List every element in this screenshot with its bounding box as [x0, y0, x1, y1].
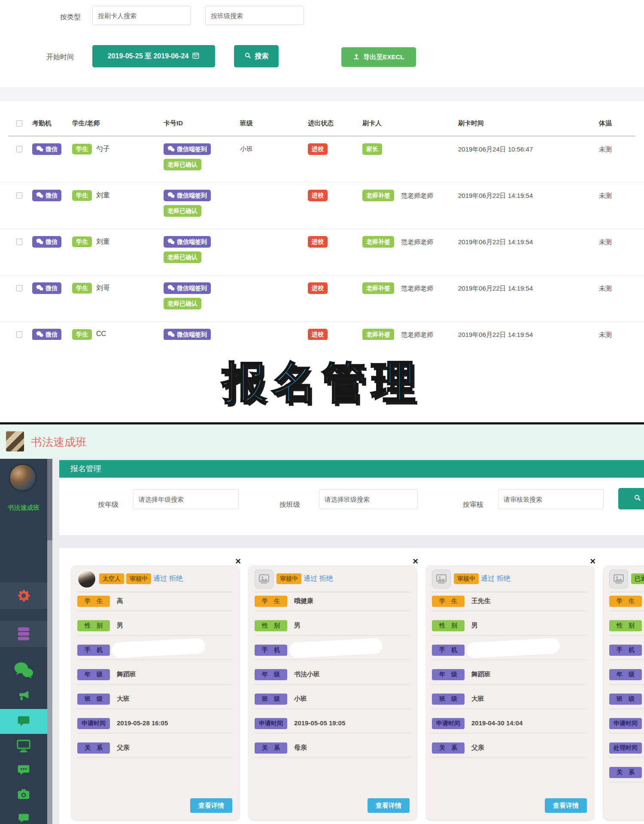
chat-icon — [17, 715, 30, 728]
status-badge: 进校 — [308, 143, 328, 155]
field-value: 小班 — [294, 695, 307, 703]
megaphone-icon — [17, 689, 30, 702]
class-search-input[interactable] — [205, 6, 304, 25]
close-icon[interactable]: × — [235, 557, 241, 566]
card-field-row: 班 级 大班 — [77, 690, 232, 715]
card-field-row: 手 机 — [255, 641, 410, 666]
role-badge: 学生 — [72, 236, 92, 247]
registration-search-button[interactable]: 搜索 — [618, 488, 644, 509]
card-field-row: 年 级 舞蹈班 — [77, 666, 232, 690]
magnifier-icon — [634, 494, 641, 504]
field-label-badge: 年 级 — [255, 669, 287, 680]
temperature-cell: 未测 — [599, 145, 612, 154]
swipe-time: 2019年06月22日 14:19:54 — [458, 238, 533, 246]
date-range-button[interactable]: 2019-05-25 至 2019-06-24 — [92, 45, 215, 67]
view-detail-button[interactable]: 查看详情 — [545, 798, 587, 813]
sidebar-item-monitor[interactable] — [0, 738, 47, 754]
row-checkbox[interactable] — [16, 146, 22, 152]
sidebar-avatar[interactable] — [9, 464, 36, 491]
field-label-badge: 性 别 — [609, 620, 642, 631]
student-name: 刘童 — [96, 237, 110, 246]
device-badge: 微信 — [32, 282, 61, 294]
magnifier-icon — [244, 52, 252, 61]
reject-link[interactable]: 拒绝 — [169, 574, 183, 583]
class-filter-label: 按班级 — [279, 495, 300, 515]
approve-link[interactable]: 通过 — [481, 574, 495, 583]
search-button[interactable]: 搜索 — [234, 45, 279, 67]
field-value: 大班 — [471, 695, 484, 703]
checkin-badge: 微信端签到 — [164, 329, 211, 340]
sidebar-school-name: 书法速成班 — [0, 503, 47, 512]
redaction-blob — [466, 638, 560, 658]
row-checkbox[interactable] — [16, 192, 22, 199]
role-badge: 学生 — [72, 190, 92, 201]
card-field-row: 学 生 王先生 — [432, 592, 587, 617]
class-filter-input[interactable] — [319, 489, 418, 509]
device-badge: 微信 — [32, 329, 61, 340]
checkin-badge: 微信端签到 — [164, 190, 211, 201]
swiper-search-input[interactable] — [92, 6, 191, 25]
student-avatar — [77, 570, 96, 588]
field-label-badge: 性 别 — [255, 620, 287, 631]
export-button-label: 导出至EXECL — [363, 53, 404, 61]
field-value: 哦健康 — [294, 597, 313, 605]
approve-link[interactable]: 通过 — [304, 574, 317, 583]
sidebar-item-megaphone[interactable] — [0, 688, 47, 703]
select-all-checkbox[interactable] — [16, 120, 22, 127]
sidebar-item-chat-small[interactable] — [0, 811, 47, 824]
field-label-badge: 学 生 — [77, 596, 110, 607]
cards-panel: × 太空人 审核中 通过拒绝 学 生 高 性 别 男 手 机 — [59, 548, 644, 824]
sidebar-item-camera[interactable] — [0, 787, 47, 802]
sidebar-item-gear[interactable] — [0, 582, 47, 609]
grade-filter-input[interactable] — [133, 489, 239, 509]
field-label-badge: 性 别 — [77, 620, 110, 631]
reject-link[interactable]: 拒绝 — [319, 574, 333, 583]
approve-link[interactable]: 通过 — [153, 574, 167, 583]
view-detail-button[interactable]: 查看详情 — [368, 798, 410, 813]
field-label-badge: 关 系 — [77, 742, 110, 754]
page-title: 报名管理 — [70, 460, 101, 478]
field-value: 大班 — [117, 695, 130, 703]
sidebar-item-chat[interactable] — [0, 709, 47, 734]
device-badge: 微信 — [32, 143, 61, 155]
status-badge: 进校 — [308, 282, 328, 294]
temperature-cell: 未测 — [599, 285, 612, 293]
registration-card: × 审核中 通过拒绝 学 生 王先生 性 别 男 手 机 — [426, 566, 594, 820]
card-field-row: 班 级 大班 — [432, 690, 587, 715]
sidebar-item-database[interactable] — [0, 621, 47, 647]
field-value: 母亲 — [294, 744, 307, 752]
scrollbar[interactable] — [47, 459, 52, 824]
card-header: 太空人 审核中 通过拒绝 — [77, 566, 232, 592]
school-name: 书法速成班 — [31, 435, 87, 450]
wechat-icon — [36, 145, 43, 153]
reject-link[interactable]: 拒绝 — [497, 574, 510, 583]
row-checkbox[interactable] — [16, 331, 22, 338]
row-checkbox[interactable] — [16, 285, 22, 291]
close-icon[interactable]: × — [413, 557, 418, 566]
sidebar-item-wechat[interactable] — [0, 660, 47, 680]
export-excel-button[interactable]: 导出至EXECL — [341, 47, 416, 67]
student-name: CC — [96, 330, 106, 338]
field-label-badge: 申请时间 — [77, 718, 110, 729]
field-value: 2019-04-30 14:04 — [471, 719, 522, 727]
page-divider-title: 报名管理 — [0, 343, 644, 421]
temperature-cell: 未测 — [599, 331, 612, 339]
row-checkbox[interactable] — [16, 239, 22, 245]
scrollbar-thumb[interactable] — [47, 459, 52, 540]
field-label-badge: 班 级 — [609, 694, 642, 705]
chat-dots-icon — [17, 763, 30, 777]
checkin-badge: 微信端签到 — [164, 236, 211, 248]
sidebar-item-chat-dots[interactable] — [0, 763, 47, 778]
start-time-label: 开始时间 — [46, 53, 74, 62]
audit-status-badge: 已通过 — [631, 573, 644, 584]
swiper-name: 范老师老师 — [401, 285, 433, 293]
view-detail-button[interactable]: 查看详情 — [190, 798, 232, 813]
school-topbar: 书法速成班 — [0, 424, 644, 459]
audit-filter-input[interactable] — [498, 489, 604, 509]
checkin-badge: 微信端签到 — [164, 282, 211, 294]
swipe-time: 2019年06月22日 14:19:54 — [458, 331, 533, 339]
school-logo-image — [6, 431, 24, 451]
close-icon[interactable]: × — [590, 557, 595, 566]
swiper-badge: 家长 — [362, 143, 382, 155]
class-cell: 小班 — [240, 145, 253, 153]
